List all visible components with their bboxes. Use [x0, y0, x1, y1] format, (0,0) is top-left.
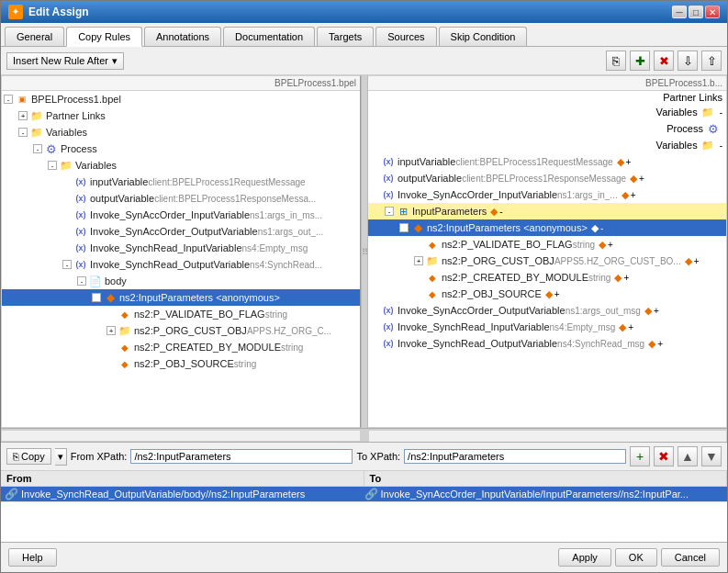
- rn-out[interactable]: (x) outputVariable client:BPELProcess1Re…: [368, 170, 726, 186]
- to-xpath-input[interactable]: [404, 449, 626, 464]
- tree-node-outputvar[interactable]: (x) outputVariable client:BPELProcess1Re…: [2, 190, 360, 207]
- apply-button[interactable]: Apply: [558, 548, 611, 567]
- ok-button[interactable]: OK: [615, 548, 657, 567]
- expander-ns2[interactable]: -: [92, 293, 101, 302]
- ro-text: outputVariable: [398, 173, 462, 184]
- rn-ns2[interactable]: - ◆ ns2:InputParameters <anonymous> ◆ -: [368, 219, 726, 236]
- tree-node-p-obj[interactable]: ◆ ns2:P_OBJ_SOURCE string: [2, 355, 360, 372]
- tree-node-ns2-inp[interactable]: - ◆ ns2:InputParameters <anonymous>: [2, 289, 360, 306]
- table-row[interactable]: 🔗 Invoke_SynchRead_OutputVariable/body//…: [1, 487, 727, 502]
- cell-from: 🔗 Invoke_SynchRead_OutputVariable/body//…: [5, 488, 364, 500]
- tab-annotations[interactable]: Annotations: [144, 27, 221, 46]
- rporg-gray: APPS5.HZ_ORG_CUST_BO...: [554, 256, 681, 266]
- import-icon-button[interactable]: ⇩: [678, 51, 698, 71]
- tree-node-proc-variables[interactable]: - 📁 Variables: [2, 157, 360, 174]
- to-xpath-label: To XPath:: [356, 451, 400, 462]
- rn-sri[interactable]: (x) Invoke_SynchRead_InputVariable ns4:E…: [368, 319, 726, 335]
- tree-node-partner-links[interactable]: + 📁 Partner Links: [2, 107, 360, 124]
- copy-button[interactable]: ⎘ Copy: [6, 448, 51, 465]
- tree-node-p-validate[interactable]: ◆ ns2:P_VALIDATE_BO_FLAG string: [2, 306, 360, 322]
- add-icon-button[interactable]: ✚: [630, 51, 650, 71]
- export-icon-button[interactable]: ⇧: [701, 51, 722, 71]
- tab-skip-condition[interactable]: Skip Condition: [439, 27, 528, 46]
- body-icon: 📄: [88, 274, 103, 288]
- rpc-gray: string: [588, 273, 610, 283]
- tree-node-body[interactable]: - 📄 body: [2, 273, 360, 289]
- porg-text: ns2:P_ORG_CUST_OBJ: [134, 325, 247, 336]
- var-icon-sro: (x): [73, 257, 88, 272]
- left-tree-panel[interactable]: BPELProcess1.bpel - ▣ BPELProcess1.bpel …: [1, 75, 361, 428]
- rpv-text: ns2:P_VALIDATE_BO_FLAG: [442, 239, 573, 250]
- title-controls[interactable]: ─ □ ✕: [672, 6, 720, 18]
- footer-right: Apply OK Cancel: [558, 548, 720, 567]
- rn-sro[interactable]: (x) Invoke_SynchRead_OutputVariable ns4:…: [368, 335, 726, 352]
- rn-p-obj[interactable]: ◆ ns2:P_OBJ_SOURCE ◆ +: [368, 286, 726, 302]
- expander-inpparams[interactable]: -: [385, 207, 394, 216]
- po-gray: string: [234, 359, 256, 369]
- tree-node-bpel[interactable]: - ▣ BPELProcess1.bpel: [2, 91, 360, 107]
- tree-node-inputvar[interactable]: (x) inputVariable client:BPELProcess1Req…: [2, 174, 360, 190]
- remove-button[interactable]: ✖: [654, 446, 674, 466]
- expander-rns2[interactable]: -: [399, 223, 409, 232]
- copy-icon-button[interactable]: ⎘: [606, 51, 626, 71]
- sri-text: Invoke_SynchRead_InputVariable: [90, 242, 242, 253]
- expander-bpel[interactable]: -: [4, 95, 13, 104]
- splitter-scroll-placeholder: [361, 430, 368, 442]
- inp-text: inputVariable: [90, 176, 148, 187]
- insert-rule-button[interactable]: Insert New Rule After ▾: [6, 52, 124, 70]
- ro-gray: client:BPELProcess1ResponseMessage: [462, 174, 626, 184]
- insert-dropdown-arrow[interactable]: ▾: [112, 55, 118, 67]
- right-tree-panel[interactable]: BPELProcess1.b... Partner Links Variable…: [368, 75, 727, 428]
- expander-porg[interactable]: +: [106, 326, 116, 335]
- tree-node-synchread-inp[interactable]: (x) Invoke_SynchRead_InputVariable ns4:E…: [2, 240, 360, 256]
- tab-bar: General Copy Rules Annotations Documenta…: [1, 23, 727, 47]
- rn-inv-out[interactable]: (x) Invoke_SynAccOrder_OutputVariable ns…: [368, 302, 726, 319]
- tree-node-variables[interactable]: - 📁 Variables: [2, 124, 360, 140]
- from-xpath-input[interactable]: [130, 449, 353, 464]
- vars-node-text: Variables: [46, 127, 87, 138]
- cancel-button[interactable]: Cancel: [661, 548, 720, 567]
- rn-p-validate[interactable]: ◆ ns2:P_VALIDATE_BO_FLAG string ◆ +: [368, 236, 726, 253]
- rn-p-created[interactable]: ◆ ns2:P_CREATED_BY_MODULE string ◆ +: [368, 269, 726, 286]
- close-button[interactable]: ✕: [705, 6, 720, 18]
- rn-inp[interactable]: (x) inputVariable client:BPELProcess1Req…: [368, 153, 726, 170]
- right-scrollbar[interactable]: [368, 430, 728, 442]
- rio-plus: +: [654, 306, 659, 316]
- tree-node-p-created[interactable]: ◆ ns2:P_CREATED_BY_MODULE string: [2, 339, 360, 355]
- pc-gray: string: [281, 343, 303, 353]
- tab-copy-rules[interactable]: Copy Rules: [66, 27, 142, 47]
- tree-node-invoke-inp[interactable]: (x) Invoke_SynAccOrder_InputVariable ns1…: [2, 207, 360, 223]
- inv-gray: ns1:args_in_ms...: [250, 210, 322, 220]
- tab-sources[interactable]: Sources: [375, 27, 436, 46]
- move-up-button[interactable]: ▲: [678, 446, 698, 466]
- rn-p-org[interactable]: + 📁 ns2:P_ORG_CUST_OBJ APPS5.HZ_ORG_CUST…: [368, 253, 726, 269]
- tree-node-synchread-out[interactable]: - (x) Invoke_SynchRead_OutputVariable ns…: [2, 256, 360, 273]
- tree-node-process[interactable]: - ⚙ Process: [2, 140, 360, 157]
- expander-proc[interactable]: -: [33, 144, 42, 153]
- expander-vars[interactable]: -: [18, 128, 28, 137]
- copy-dropdown[interactable]: ▾: [55, 448, 67, 466]
- maximize-button[interactable]: □: [689, 6, 703, 18]
- inpparams-orange: ◆: [490, 206, 498, 218]
- expander-body[interactable]: -: [77, 276, 86, 286]
- rn-inv-inp[interactable]: (x) Invoke_SynAccOrder_InputVariable ns1…: [368, 186, 726, 203]
- expander-pvars[interactable]: -: [48, 161, 57, 170]
- window-title: Edit Assign: [28, 6, 89, 18]
- add-button[interactable]: +: [630, 446, 650, 466]
- tree-node-invoke-out[interactable]: (x) Invoke_SynAccOrder_OutputVariable ns…: [2, 223, 360, 240]
- rsro-text: Invoke_SynchRead_OutputVariable: [398, 338, 557, 349]
- rn-inpparams[interactable]: - ⊞ InputParameters ◆ -: [368, 203, 726, 219]
- minimize-button[interactable]: ─: [672, 6, 687, 18]
- tree-node-p-org[interactable]: + 📁 ns2:P_ORG_CUST_OBJ APPS.HZ_ORG_C...: [2, 322, 360, 339]
- move-down-button[interactable]: ▼: [701, 446, 722, 466]
- tab-documentation[interactable]: Documentation: [223, 27, 315, 46]
- tab-general[interactable]: General: [5, 27, 64, 46]
- expander-sro[interactable]: -: [62, 260, 72, 269]
- panel-splitter[interactable]: [361, 75, 368, 428]
- left-scrollbar[interactable]: [1, 430, 361, 442]
- help-button[interactable]: Help: [8, 548, 57, 567]
- expander-pl[interactable]: +: [18, 111, 28, 120]
- expander-rporg[interactable]: +: [414, 256, 423, 265]
- delete-icon-button[interactable]: ✖: [654, 51, 674, 71]
- tab-targets[interactable]: Targets: [317, 27, 374, 46]
